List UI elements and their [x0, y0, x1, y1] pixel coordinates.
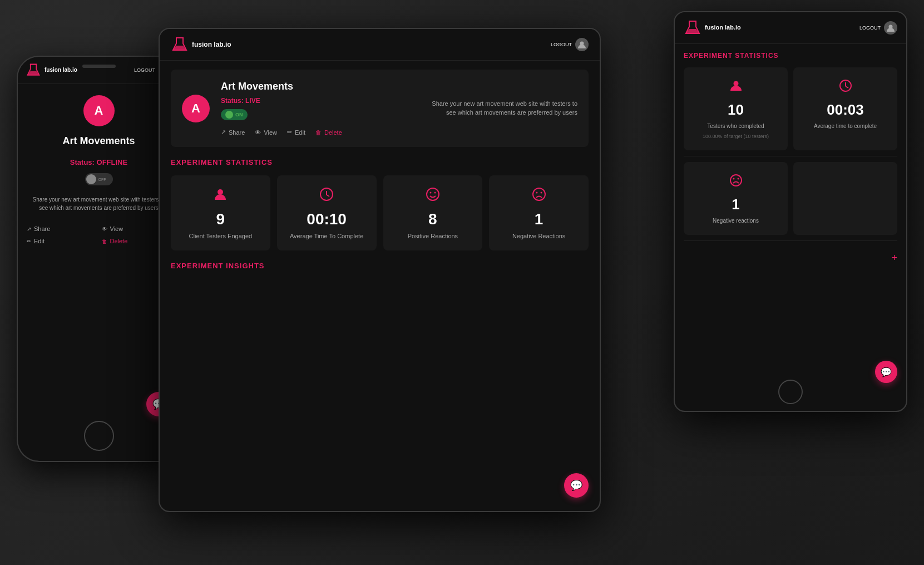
t2-home-btn[interactable]: [778, 380, 803, 404]
tablet-toggle-label: ON: [235, 112, 243, 117]
tablet-logout[interactable]: LOGOUT: [551, 38, 589, 51]
trash-icon: 🗑: [102, 238, 107, 244]
edit-icon: ✏: [27, 238, 31, 244]
stat-testers-label: Client Testers Engaged: [189, 233, 253, 239]
t2-logo-text: fusion lab.io: [705, 24, 741, 31]
t2-flask-icon: [684, 19, 701, 37]
t2-empty-card: [793, 162, 897, 235]
t2-logout[interactable]: LOGOUT: [859, 21, 897, 35]
t2-clock-icon: [838, 78, 853, 97]
t2-fab[interactable]: 💬: [875, 361, 897, 383]
tablet-actions: ↗ Share 👁 View ✏ Edit: [221, 129, 411, 136]
tablet-edit-icon: ✏: [287, 129, 292, 136]
svg-point-22: [733, 81, 738, 86]
tablet-share-icon: ↗: [221, 129, 226, 136]
t2-divider2: [684, 240, 897, 241]
flask-icon: [26, 62, 41, 78]
stat-frown-icon: [531, 186, 547, 206]
t2-stats-title: EXPERIMENT STATISTICS: [684, 52, 897, 60]
stat-negative-label: Negative Reactions: [512, 233, 565, 239]
tablet-avatar: [575, 38, 589, 51]
tablet-share-btn[interactable]: ↗ Share: [221, 129, 245, 136]
tablet-exp-icon: A: [182, 95, 210, 122]
svg-point-12: [427, 188, 439, 200]
phone-status: Status: OFFLINE: [70, 158, 127, 166]
tablet-stats-grid: 9 Client Testers Engaged 00:10 Average T…: [171, 175, 589, 250]
stat-positive-value: 8: [428, 210, 437, 228]
tablet-trash-icon: 🗑: [315, 129, 322, 136]
eye-icon: 👁: [102, 226, 107, 232]
stat-negative-value: 1: [535, 210, 543, 228]
t2-negative-label: Negative reactions: [713, 218, 759, 224]
phone-exp-desc: Share your new art movement web site wit…: [27, 195, 171, 212]
tablet-content: A Art Movements Status: LIVE ON ↗ Share: [160, 61, 600, 288]
svg-point-16: [536, 192, 537, 194]
svg-line-25: [846, 86, 848, 88]
tablet-screen: fusion lab.io LOGOUT A Art Movem: [160, 29, 600, 511]
stat-time-label: Average Time To Complete: [290, 233, 363, 239]
t2-negative-value: 1: [732, 196, 739, 213]
svg-rect-6: [176, 37, 184, 38]
phone-share-btn[interactable]: ↗ Share: [27, 225, 96, 232]
phone-toggle-label: OFF: [98, 178, 106, 181]
tablet-eye-icon: 👁: [255, 129, 261, 136]
svg-point-13: [429, 192, 431, 194]
svg-point-26: [730, 175, 742, 186]
t2-testers-label: Testers who completed: [707, 123, 764, 129]
share-icon: ↗: [27, 226, 31, 232]
tablet-stats-title: EXPERIMENT STATISTICS: [171, 158, 589, 166]
tablet-flask-icon: [171, 36, 189, 53]
scene: fusion lab.io LOGOUT A Art Movements Sta…: [0, 0, 924, 565]
svg-point-15: [533, 188, 545, 200]
tablet-toggle[interactable]: ON: [221, 109, 248, 120]
tablet-view-btn[interactable]: 👁 View: [255, 129, 277, 136]
t2-stats-grid: 10 Testers who completed 100.00% of targ…: [684, 67, 897, 150]
phone-content: A Art Movements Status: OFFLINE OFF Shar…: [18, 84, 180, 256]
phone-exp-title: Art Movements: [62, 135, 135, 147]
tablet-edit-btn[interactable]: ✏ Edit: [287, 129, 305, 136]
tablet-exp-card: A Art Movements Status: LIVE ON ↗ Share: [171, 70, 589, 147]
tablet-delete-btn[interactable]: 🗑 Delete: [315, 129, 342, 136]
stat-card-testers: 9 Client Testers Engaged: [171, 175, 270, 250]
t2-plus-icon: +: [891, 252, 897, 264]
t2-divider: [684, 156, 897, 156]
tablet-logo-text: fusion lab.io: [192, 41, 231, 48]
phone-toggle[interactable]: OFF: [85, 173, 113, 185]
t2-header: fusion lab.io LOGOUT: [675, 12, 906, 44]
phone-logo: fusion lab.io: [26, 62, 77, 78]
svg-point-27: [733, 178, 734, 180]
svg-rect-2: [30, 64, 37, 65]
svg-point-8: [218, 189, 223, 195]
stat-smile-icon: [425, 186, 441, 206]
t2-logo: fusion lab.io: [684, 19, 741, 37]
t2-stat-negative: 1 Negative reactions: [684, 162, 788, 235]
stat-time-value: 00:10: [307, 210, 347, 228]
phone-header: fusion lab.io LOGOUT: [18, 57, 180, 84]
t2-avatar: [884, 21, 897, 35]
tablet-exp-info: Art Movements Status: LIVE ON ↗ Share: [221, 81, 411, 136]
tablet-fab[interactable]: 💬: [564, 473, 589, 498]
phone-toggle-knob: [86, 174, 96, 184]
t2-testers-value: 10: [728, 101, 744, 119]
phone-logo-text: fusion lab.io: [45, 67, 77, 73]
svg-point-28: [737, 178, 739, 180]
tablet-insights: EXPERIMENT INSIGHTS: [171, 262, 589, 270]
stat-clock-icon: [319, 186, 334, 206]
t2-add-btn[interactable]: +: [684, 247, 897, 269]
t2-user-icon: [729, 78, 743, 97]
phone-exp-icon: A: [83, 95, 115, 126]
t2-time-label: Average time to complete: [814, 123, 877, 129]
tablet-header: fusion lab.io LOGOUT: [160, 29, 600, 61]
stat-card-negative: 1 Negative Reactions: [489, 175, 589, 250]
tablet-exp-status: Status: LIVE: [221, 97, 411, 105]
tablet-toggle-knob: [225, 111, 233, 119]
phone-edit-btn[interactable]: ✏ Edit: [27, 238, 96, 244]
stat-card-time: 00:10 Average Time To Complete: [277, 175, 377, 250]
t2-content: EXPERIMENT STATISTICS 10 Testers who com…: [675, 44, 906, 277]
phone-screen: fusion lab.io LOGOUT A Art Movements Sta…: [18, 57, 180, 461]
t2-testers-sub: 100.00% of target (10 testers): [703, 134, 769, 139]
t2-stat-time: 00:03 Average time to complete: [793, 67, 897, 150]
phone-actions: ↗ Share 👁 View ✏ Edit 🗑 Delete: [27, 225, 171, 244]
stat-card-positive: 8 Positive Reactions: [383, 175, 483, 250]
stat-user-icon: [213, 186, 228, 206]
